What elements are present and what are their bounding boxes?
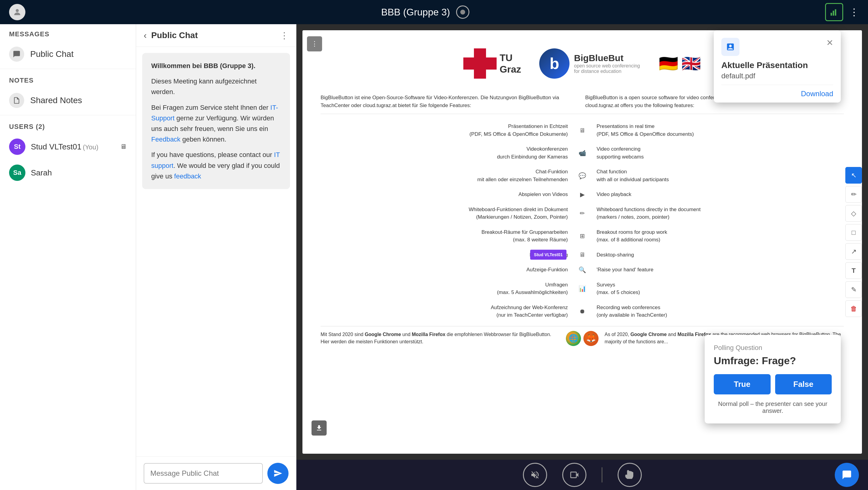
svg-rect-5 xyxy=(463,58,497,69)
feature-en-0: Presentations in real time(PDF, MS Offic… xyxy=(595,120,844,140)
msg-line3: Bei Fragen zum Service steht Ihnen der I… xyxy=(151,102,281,145)
presentation-panel-header: ✕ xyxy=(714,30,841,61)
footer-icons: 🌐 🦊 xyxy=(566,331,598,346)
users-list: St Stud VLTest01 (You) 🖥 Sa Sarah xyxy=(0,134,136,186)
msg-line2: Dieses Meeting kann aufgezeichnet werden… xyxy=(151,76,281,97)
user-item-sarah[interactable]: Sa Sarah xyxy=(0,160,136,186)
msg-line1: Willkommen bei BBB (Gruppe 3). xyxy=(151,61,281,71)
topbar-center: BBB (Gruppe 3) xyxy=(381,5,469,19)
arrow-tool[interactable]: ↗ xyxy=(845,243,862,260)
recording-indicator xyxy=(456,5,469,19)
users-section-label: USERS (2) xyxy=(0,117,136,134)
slide-toolbar: ↖ ✏ ◇ □ ↗ T ✎ 🗑 xyxy=(845,167,862,317)
presentation-area: ⋮ xyxy=(297,24,868,490)
svg-rect-7 xyxy=(486,49,497,58)
feedback-link-1[interactable]: Feedback xyxy=(151,135,181,143)
chat-header-left: ‹ Public Chat xyxy=(144,30,198,40)
slide-download-button[interactable] xyxy=(311,421,327,435)
slide-options-button[interactable]: ⋮ xyxy=(307,36,322,52)
public-chat-label: Public Chat xyxy=(30,49,73,59)
meeting-title: BBB (Gruppe 3) xyxy=(381,7,450,18)
svg-point-0 xyxy=(16,9,19,12)
media-divider xyxy=(601,467,602,483)
download-link[interactable]: Download xyxy=(801,90,833,98)
chat-input[interactable] xyxy=(144,463,263,484)
eraser-tool[interactable]: ◇ xyxy=(845,205,862,222)
presentation-panel-icon xyxy=(721,38,740,56)
sidebar: MESSAGES Public Chat NOTES Shared Notes … xyxy=(0,24,136,490)
cursor-tool[interactable]: ↖ xyxy=(845,167,862,184)
chat-icon xyxy=(9,47,24,62)
polling-question: Umfrage: Frage? xyxy=(714,355,832,367)
person-icon[interactable] xyxy=(9,4,25,20)
topbar-left xyxy=(9,4,25,20)
user-avatar-sarah: Sa xyxy=(9,164,25,181)
svg-rect-8 xyxy=(463,69,474,79)
user-screen-icon: 🖥 xyxy=(120,143,127,151)
features-section: Präsentationen in Echtzeit(PDF, MS Offic… xyxy=(320,120,844,321)
presentation-panel-title: Aktuelle Präsentation xyxy=(714,61,841,72)
svg-rect-6 xyxy=(463,49,474,58)
topbar-right: ⋮ xyxy=(825,3,859,21)
topbar-more-button[interactable]: ⋮ xyxy=(849,6,859,18)
poll-true-button[interactable]: True xyxy=(714,374,771,394)
svg-rect-9 xyxy=(486,69,497,79)
presentation-panel-filename: default.pdf xyxy=(714,72,841,85)
chat-message-bubble: Willkommen bei BBB (Gruppe 3). Dieses Me… xyxy=(142,53,290,189)
user-name-sarah: Sarah xyxy=(31,168,52,178)
poll-note: Normal poll – the presenter can see your… xyxy=(714,400,832,415)
chat-send-button[interactable] xyxy=(267,463,288,484)
tu-graz-logo: TUGraz xyxy=(463,49,521,79)
user-name-stud: Stud VLTest01 (You) xyxy=(31,142,98,152)
sidebar-item-public-chat[interactable]: Public Chat xyxy=(0,41,136,67)
video-button[interactable] xyxy=(562,463,586,487)
polling-buttons: True False xyxy=(714,374,832,394)
footer-de: Mit Stand 2020 sind Google Chrome und Mo… xyxy=(320,331,560,346)
tu-text: TUGraz xyxy=(500,52,521,75)
stud-label: Stud VLTest01 xyxy=(530,250,566,260)
chat-panel: ‹ Public Chat ⋮ Willkommen bei BBB (Grup… xyxy=(136,24,297,490)
presentation-content: ⋮ xyxy=(297,24,868,460)
chat-input-area xyxy=(136,456,296,490)
poll-false-button[interactable]: False xyxy=(775,374,832,394)
hand-raise-button[interactable] xyxy=(618,463,642,487)
delete-tool[interactable]: 🗑 xyxy=(845,300,862,317)
chat-header: ‹ Public Chat ⋮ xyxy=(136,24,296,47)
presentation-panel-close-button[interactable]: ✕ xyxy=(826,38,833,48)
polling-label: Polling Question xyxy=(714,344,832,352)
svg-rect-1 xyxy=(831,13,832,16)
svg-rect-2 xyxy=(833,10,834,16)
user-avatar-stud: St xyxy=(9,139,25,155)
features-grid: Präsentationen in Echtzeit(PDF, MS Offic… xyxy=(320,120,844,321)
bottom-toolbar xyxy=(297,460,868,490)
main-content: MESSAGES Public Chat NOTES Shared Notes … xyxy=(0,24,868,490)
chat-title: Public Chat xyxy=(151,31,198,40)
slide-intro-de: BigBlueButton ist eine Open-Source-Softw… xyxy=(320,94,579,109)
bbb-logo: b BigBlueBut open source web conferencin… xyxy=(539,49,641,79)
chat-more-button[interactable]: ⋮ xyxy=(280,31,288,40)
sidebar-item-shared-notes[interactable]: Shared Notes xyxy=(0,87,136,114)
pen-tool[interactable]: ✏ xyxy=(845,186,862,203)
user-item-stud[interactable]: St Stud VLTest01 (You) 🖥 xyxy=(0,134,136,160)
text-tool[interactable]: T xyxy=(845,262,862,279)
stats-button[interactable] xyxy=(825,3,843,21)
notes-icon xyxy=(9,93,24,108)
chat-toggle-button[interactable] xyxy=(835,463,859,487)
svg-rect-3 xyxy=(835,9,836,16)
sidebar-divider-2 xyxy=(0,115,136,115)
notes-section-label: NOTES xyxy=(0,70,136,87)
mute-button[interactable] xyxy=(523,463,547,487)
shared-notes-label: Shared Notes xyxy=(30,96,82,105)
messages-section-label: MESSAGES xyxy=(0,24,136,41)
recording-dot xyxy=(460,10,465,14)
rectangle-tool[interactable]: □ xyxy=(845,224,862,241)
edit-tool[interactable]: ✎ xyxy=(845,281,862,298)
chat-back-button[interactable]: ‹ xyxy=(144,30,147,40)
msg-line4: If you have questions, please contact ou… xyxy=(151,149,281,182)
polling-popup: Polling Question Umfrage: Frage? True Fa… xyxy=(705,335,841,424)
feedback-link-2[interactable]: feedback xyxy=(174,173,201,180)
topbar: BBB (Gruppe 3) ⋮ xyxy=(0,0,868,24)
feature-de-0: Präsentationen in Echtzeit(PDF, MS Offic… xyxy=(320,120,569,140)
sidebar-divider-1 xyxy=(0,69,136,69)
presentation-panel-download-area: Download xyxy=(714,85,841,102)
